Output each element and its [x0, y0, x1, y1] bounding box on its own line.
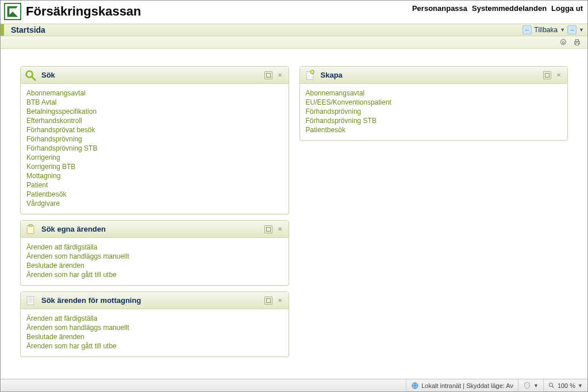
title-strip: Startsida ← Tillbaka ▼ → ▼: [1, 24, 587, 36]
create-list: AbonnemangsavtalEU/EES/Konventionspatien…: [306, 89, 562, 134]
settings-icon[interactable]: [559, 38, 568, 47]
svg-rect-10: [29, 224, 33, 226]
list-item[interactable]: Patientbesök: [26, 190, 283, 199]
list-item[interactable]: EU/EES/Konventionspatient: [306, 98, 562, 107]
panel-own-minimize[interactable]: [264, 225, 272, 233]
brand: Försäkringskassan: [4, 3, 141, 20]
list-item[interactable]: Ärenden som handläggs manuellt: [26, 252, 283, 261]
list-item[interactable]: Abonnemangsavtal: [26, 89, 283, 98]
panel-create-close[interactable]: [555, 71, 563, 79]
svg-line-8: [32, 76, 36, 80]
list-item[interactable]: Ärenden som handläggs manuellt: [26, 323, 283, 332]
list-item[interactable]: Ärenden som har gått till utbe: [26, 270, 283, 279]
brand-name: Försäkringskassan: [26, 4, 141, 19]
list-item[interactable]: Patientbesök: [306, 125, 562, 134]
list-item[interactable]: Förhandsprövning: [306, 107, 562, 116]
panel-reception-title: Sök ärenden för mottagning: [41, 296, 141, 305]
panel-own-title: Sök egna ärenden: [41, 225, 106, 233]
svg-rect-11: [27, 296, 34, 305]
status-security[interactable]: ▼: [518, 379, 543, 391]
list-item[interactable]: Förhandsprövning STB: [306, 116, 562, 125]
list-item[interactable]: Efterhandskontroll: [26, 116, 283, 125]
svg-point-3: [562, 41, 564, 44]
search-list: AbonnemangsavtalBTB AvtalBetalningsspeci…: [26, 89, 283, 208]
list-item[interactable]: Förhandsprövning: [26, 134, 283, 144]
forward-icon[interactable]: →: [567, 25, 577, 34]
forward-dropdown-icon[interactable]: ▼: [579, 27, 584, 33]
main-area: Sök AbonnemangsavtalBTB AvtalBetalningss…: [1, 49, 587, 363]
list-item[interactable]: Betalningsspecifikation: [26, 107, 283, 116]
panel-create-head: Skapa: [300, 67, 568, 84]
back-dropdown-icon[interactable]: ▼: [560, 27, 565, 33]
status-bar: Lokalt intranät | Skyddat läge: Av ▼ 100…: [1, 379, 587, 391]
svg-rect-9: [27, 225, 34, 233]
panel-search-title: Sök: [41, 71, 55, 79]
list-item[interactable]: Vårdgivare: [26, 199, 283, 208]
menu-logout[interactable]: Logga ut: [551, 4, 583, 13]
panel-reception-cases: Sök ärenden för mottagning Ärenden att f…: [20, 291, 289, 357]
print-icon[interactable]: [572, 38, 582, 47]
panel-own-head: Sök egna ärenden: [21, 221, 289, 238]
new-document-icon: [303, 69, 316, 82]
svg-rect-5: [575, 39, 578, 41]
menu-personalize[interactable]: Personanpassa: [412, 4, 467, 13]
list-item[interactable]: Patient: [26, 180, 283, 190]
panel-create: Skapa AbonnemangsavtalEU/EES/Konventions…: [299, 66, 568, 141]
back-label[interactable]: Tillbaka: [534, 26, 558, 34]
own-list: Ärenden att färdigställaÄrenden som hand…: [26, 243, 283, 279]
list-item[interactable]: Beslutade ärenden: [26, 332, 283, 341]
reception-list: Ärenden att färdigställaÄrenden som hand…: [26, 314, 283, 351]
menu-system-messages[interactable]: Systemmeddelanden: [472, 4, 547, 13]
panel-reception-head: Sök ärenden för mottagning: [21, 292, 289, 309]
svg-rect-6: [575, 43, 578, 45]
brand-logo: [4, 3, 21, 20]
list-item[interactable]: Korrigering BTB: [26, 162, 283, 171]
list-item[interactable]: BTB Avtal: [26, 98, 283, 107]
status-zoom[interactable]: 100 % ▼: [543, 379, 587, 391]
panel-create-minimize[interactable]: [543, 71, 551, 79]
top-menu: Personanpassa Systemmeddelanden Logga ut: [412, 3, 583, 13]
clipboard-icon: [24, 223, 37, 236]
right-column: Skapa AbonnemangsavtalEU/EES/Konventions…: [299, 66, 568, 357]
list-item[interactable]: Förhandsprövat besök: [26, 125, 283, 134]
zoom-value: 100 %: [558, 382, 575, 389]
panel-own-cases: Sök egna ärenden Ärenden att färdigställ…: [20, 220, 289, 286]
status-empty: [1, 379, 406, 391]
panel-search-close[interactable]: [276, 71, 284, 79]
back-icon[interactable]: ←: [522, 25, 532, 34]
svg-line-22: [552, 386, 554, 387]
panel-search: Sök AbonnemangsavtalBTB AvtalBetalningss…: [20, 66, 289, 214]
list-item[interactable]: Abonnemangsavtal: [306, 89, 562, 98]
toolbar: [1, 36, 587, 49]
list-item[interactable]: Mottagning: [26, 171, 283, 180]
panel-search-minimize[interactable]: [264, 71, 272, 79]
panel-reception-close[interactable]: [276, 297, 284, 305]
search-icon: [24, 69, 37, 82]
panel-reception-minimize[interactable]: [264, 297, 272, 305]
zoom-icon: [548, 382, 555, 389]
back-group: ← Tillbaka ▼ → ▼: [522, 25, 584, 34]
document-icon: [24, 294, 37, 307]
list-item[interactable]: Korrigering: [26, 153, 283, 162]
panel-own-close[interactable]: [276, 225, 284, 233]
status-zone: Lokalt intranät | Skyddat läge: Av: [406, 379, 518, 391]
panel-search-head: Sök: [21, 67, 289, 84]
status-zone-text: Lokalt intranät | Skyddat läge: Av: [421, 382, 513, 389]
globe-icon: [411, 382, 419, 390]
top-bar: Försäkringskassan Personanpassa Systemme…: [1, 1, 587, 24]
list-item[interactable]: Ärenden att färdigställa: [26, 314, 283, 323]
list-item[interactable]: Förhandsprövning STB: [26, 144, 283, 153]
shield-icon: [523, 382, 531, 390]
list-item[interactable]: Beslutade ärenden: [26, 261, 283, 270]
svg-point-21: [549, 383, 552, 386]
list-item[interactable]: Ärenden som har gått till utbe: [26, 341, 283, 351]
panel-create-title: Skapa: [321, 71, 343, 79]
list-item[interactable]: Ärenden att färdigställa: [26, 243, 283, 252]
left-column: Sök AbonnemangsavtalBTB AvtalBetalningss…: [20, 66, 289, 357]
page-title: Startsida: [11, 25, 45, 34]
